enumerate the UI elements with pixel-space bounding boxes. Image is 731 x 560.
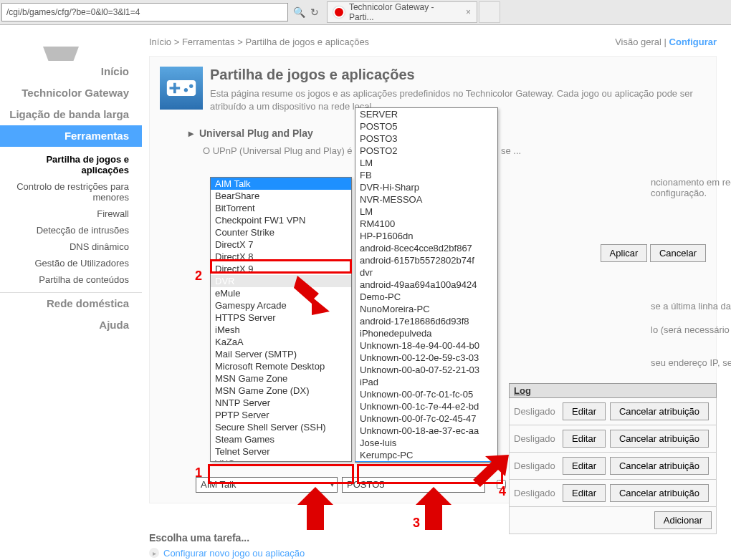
dropdown-option[interactable]: Jose-luis [355,437,497,449]
device-select[interactable]: POSTO5 ▾ [342,477,485,493]
dropdown-option[interactable]: android-6157b5572802b74f [355,254,497,266]
dropdown-option[interactable]: Checkpoint FW1 VPN [211,214,351,226]
dropdown-option[interactable]: android-49aa694a100a9424 [355,279,497,291]
dropdown-option[interactable]: Unknown-18-4e-94-00-44-b0 [355,339,497,352]
dropdown-option[interactable]: Unknown-00-0f-7c-02-45-47 [355,412,497,425]
game-select[interactable]: AIM Talk ▾ [196,477,338,493]
sidebar-sub-intrusion[interactable]: Detecção de intrusões [0,222,142,238]
dropdown-option[interactable]: POSTO3 [355,132,497,145]
sidebar-item-home-network[interactable]: Rede doméstica [0,293,142,314]
sidebar-sub-users[interactable]: Gestão de Utilizadores [0,255,142,271]
tab-close-icon[interactable]: × [466,7,471,17]
game-dropdown-list[interactable]: AIM TalkBearShareBitTorrentCheckpoint FW… [210,177,352,462]
log-header: Log [509,383,717,398]
edit-button[interactable]: Editar [563,430,606,448]
dropdown-option[interactable]: Unknown-00-1c-7e-44-e2-bd [355,400,497,412]
dropdown-option[interactable]: iPhonedepulveda [355,327,497,339]
dropdown-option[interactable]: LM [355,206,497,218]
sidebar-item-gateway[interactable]: Technicolor Gateway [0,82,142,104]
dropdown-option[interactable]: Microsoft Remote Desktop [211,360,351,372]
apply-button[interactable]: Aplicar [601,244,648,262]
cancel-assign-button[interactable]: Cancelar atribuição [610,430,709,448]
dropdown-option[interactable]: Secure Shell Server (SSH) [211,421,351,433]
search-icon[interactable]: 🔍 [291,4,307,20]
annotation-label: 1 [195,465,202,481]
device-dropdown-list[interactable]: SERVERPOSTO5POSTO3POSTO2LMFBDVR-Hi-Sharp… [355,107,498,463]
sidebar-item-help[interactable]: Ajuda [0,314,142,336]
dropdown-option[interactable]: LM [355,157,497,169]
sidebar-sub-games[interactable]: Partilha de jogos e aplicações [0,151,142,178]
dropdown-option[interactable]: Unknown-00-18-ae-37-ec-aa [355,425,497,437]
dropdown-option[interactable]: android-8cec4cce8d2bf867 [355,242,497,254]
dropdown-option[interactable]: BearShare [211,190,351,202]
dropdown-option[interactable]: iPad [355,376,497,388]
dropdown-option[interactable]: NunoMoreira-PC [355,303,497,315]
edit-button[interactable]: Editar [563,457,606,475]
cancel-button[interactable]: Cancelar [650,244,706,262]
sidebar-item-broadband[interactable]: Ligação de banda larga [0,104,142,125]
dropdown-option[interactable]: dvr [355,266,497,279]
sidebar-indicator [43,47,79,61]
dropdown-option[interactable]: DVR-Hi-Sharp [355,181,497,193]
dropdown-option[interactable]: Counter Strike [211,226,351,238]
dropdown-option[interactable]: Unknown-00-12-0e-59-c3-03 [355,352,497,364]
edit-button[interactable]: Editar [563,402,606,420]
overview-link[interactable]: Visão geral [615,37,661,47]
dropdown-option[interactable]: Steam Games [211,433,351,445]
dropdown-option[interactable]: FB [355,169,497,181]
browser-tab[interactable]: Technicolor Gateway - Parti... × [327,1,477,23]
dropdown-option[interactable]: PPTP Server [211,409,351,421]
task-link-new-game[interactable]: Configurar novo jogo ou aplicação [149,548,717,559]
new-tab-button[interactable] [479,1,500,23]
dropdown-option[interactable]: HTTPS Server [211,312,351,324]
dropdown-option[interactable]: HP-P1606dn [355,230,497,242]
sidebar-sub-content[interactable]: Partilha de conteúdos [0,271,142,288]
refresh-icon[interactable]: ↻ [307,4,322,20]
sidebar-sub-firewall[interactable]: Firewall [0,206,142,222]
cancel-assign-button[interactable]: Cancelar atribuição [610,402,709,420]
text-fragment: lo (será necessário especificar os detal… [651,324,731,335]
sidebar-item-tools[interactable]: Ferramentas [0,125,142,147]
edit-button[interactable]: Editar [563,484,606,502]
dropdown-option[interactable]: eMule [211,287,351,299]
dropdown-option[interactable]: NVR-MESSOA [355,193,497,206]
dropdown-option[interactable]: DVR [211,275,351,287]
dropdown-option[interactable]: <Definido pelo utilizador > [355,461,497,463]
dropdown-option[interactable]: POSTO2 [355,145,497,157]
game-select-value: AIM Talk [201,479,236,490]
dropdown-option[interactable]: AIM Talk [211,178,351,190]
dropdown-option[interactable]: iMesh [211,324,351,336]
dropdown-option[interactable]: Gamespy Arcade [211,299,351,312]
url-bar[interactable]: /cgi/b/games/cfg/?be=0&l0=3&l1=4 [1,3,288,21]
dropdown-option[interactable]: SERVER [355,108,497,120]
annotation-label: 2 [195,269,202,284]
dropdown-option[interactable]: RM4100 [355,218,497,230]
log-status: Desligado [514,460,558,471]
dropdown-option[interactable]: MSN Game Zone [211,372,351,385]
dropdown-option[interactable]: DirectX 9 [211,263,351,275]
configure-link[interactable]: Configurar [669,37,717,47]
dropdown-option[interactable]: DirectX 8 [211,251,351,263]
cancel-assign-button[interactable]: Cancelar atribuição [610,457,709,475]
dropdown-option[interactable]: android-17e18686d6d93f8 [355,315,497,327]
dropdown-option[interactable]: Mail Server (SMTP) [211,348,351,360]
dropdown-option[interactable]: DirectX 7 [211,238,351,251]
dropdown-option[interactable]: Unknown-00-0f-7c-01-fc-05 [355,388,497,400]
add-button[interactable]: Adicionar [654,511,712,529]
cancel-assign-button[interactable]: Cancelar atribuição [610,484,709,502]
tab-title: Technicolor Gateway - Parti... [349,2,460,22]
dropdown-option[interactable]: Telnet Server [211,445,351,458]
sidebar-item-inicio[interactable]: Início [0,61,142,82]
dropdown-option[interactable]: MSN Game Zone (DX) [211,385,351,397]
dropdown-option[interactable]: Unknown-00-a0-07-52-21-03 [355,364,497,376]
dropdown-option[interactable]: VNC [211,458,351,462]
dropdown-option[interactable]: KaZaA [211,336,351,348]
annotation-label: 4 [499,484,506,499]
sidebar-sub-parental[interactable]: Controlo de restrições para menores [0,178,142,206]
dropdown-option[interactable]: Kerumpc-PC [355,449,497,461]
dropdown-option[interactable]: POSTO5 [355,120,497,132]
dropdown-option[interactable]: NNTP Server [211,397,351,409]
sidebar-sub-dyndns[interactable]: DNS dinâmico [0,238,142,255]
dropdown-option[interactable]: Demo-PC [355,291,497,303]
dropdown-option[interactable]: BitTorrent [211,202,351,214]
